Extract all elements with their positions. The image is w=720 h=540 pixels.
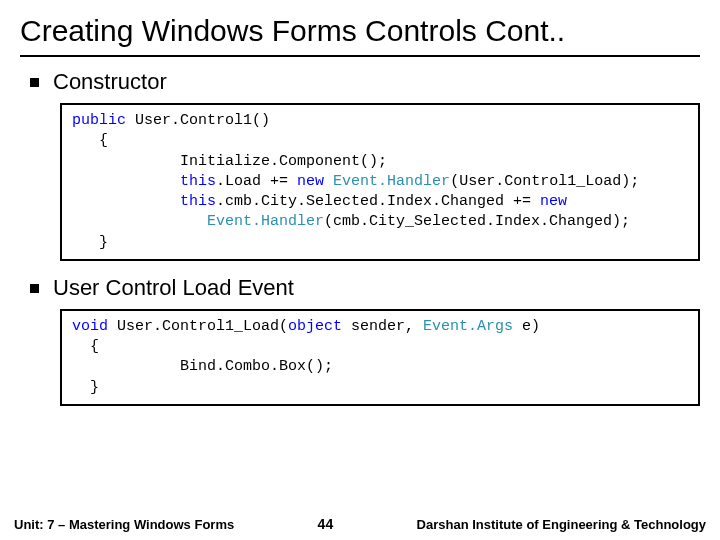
code-text <box>72 213 207 230</box>
code-text: } <box>72 379 99 396</box>
kw-new: new <box>297 173 324 190</box>
code-text: { <box>72 338 99 355</box>
slide: Creating Windows Forms Controls Cont.. C… <box>0 0 720 540</box>
type-eventhandler: Event.Handler <box>333 173 450 190</box>
code-text <box>72 173 180 190</box>
code-text: User.Control1() <box>126 112 270 129</box>
code-text: User.Control1_Load( <box>108 318 288 335</box>
footer-page-number: 44 <box>318 516 334 532</box>
kw-void: void <box>72 318 108 335</box>
code-text: } <box>72 234 108 251</box>
code-text: Bind.Combo.Box(); <box>72 358 333 375</box>
kw-new: new <box>540 193 567 210</box>
code-block-load-event: void User.Control1_Load(object sender, E… <box>60 309 700 406</box>
code-text: .Load += <box>216 173 297 190</box>
kw-object: object <box>288 318 342 335</box>
code-text <box>72 193 180 210</box>
slide-title: Creating Windows Forms Controls Cont.. <box>20 14 700 57</box>
bullet-icon <box>30 284 39 293</box>
bullet-icon <box>30 78 39 87</box>
code-text: Initialize.Component(); <box>72 153 387 170</box>
section-constructor: Constructor <box>30 69 700 95</box>
code-block-constructor: public User.Control1() { Initialize.Comp… <box>60 103 700 261</box>
section-label: User Control Load Event <box>53 275 294 301</box>
code-text: (User.Control1_Load); <box>450 173 639 190</box>
code-text: .cmb.City.Selected.Index.Changed += <box>216 193 540 210</box>
type-eventargs: Event.Args <box>423 318 513 335</box>
code-text: e) <box>513 318 540 335</box>
code-text: sender, <box>342 318 423 335</box>
footer-unit: Unit: 7 – Mastering Windows Forms <box>14 517 234 532</box>
section-label: Constructor <box>53 69 167 95</box>
code-text: (cmb.City_Selected.Index.Changed); <box>324 213 630 230</box>
kw-public: public <box>72 112 126 129</box>
type-eventhandler: Event.Handler <box>207 213 324 230</box>
kw-this: this <box>180 173 216 190</box>
footer: Unit: 7 – Mastering Windows Forms 44 Dar… <box>0 516 720 532</box>
footer-org: Darshan Institute of Engineering & Techn… <box>417 517 706 532</box>
code-text: { <box>72 132 108 149</box>
kw-this: this <box>180 193 216 210</box>
section-load-event: User Control Load Event <box>30 275 700 301</box>
code-text <box>324 173 333 190</box>
